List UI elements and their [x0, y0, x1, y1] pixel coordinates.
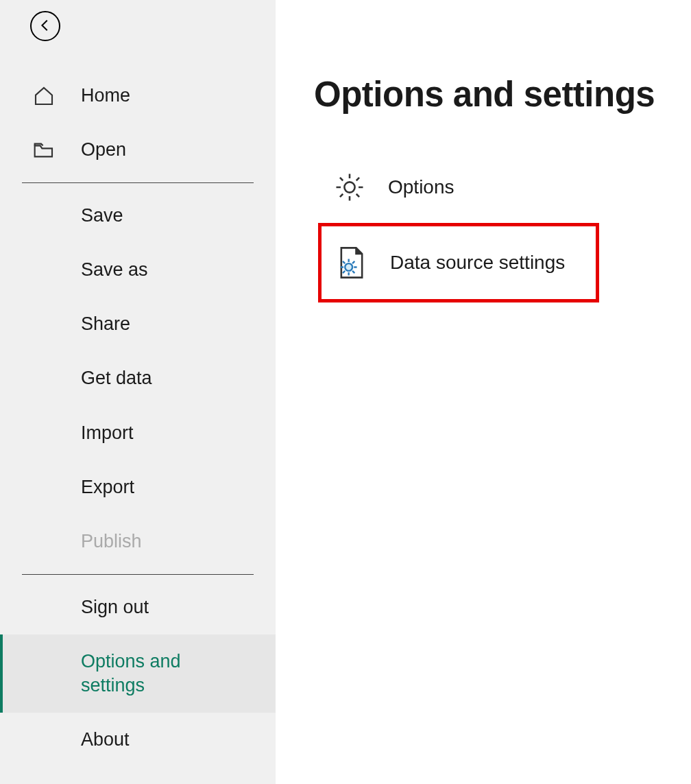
sidebar-item-label: Share: [81, 312, 130, 336]
option-label: Options: [388, 176, 454, 198]
option-item-data-source-settings[interactable]: Data source settings: [318, 223, 599, 302]
sidebar: Home Open Save Save as Share Get data Im…: [0, 0, 276, 784]
divider: [22, 574, 254, 575]
sidebar-item-saveas[interactable]: Save as: [0, 243, 276, 297]
sidebar-item-label: Get data: [81, 366, 152, 390]
svg-point-0: [344, 182, 354, 192]
sidebar-item-label: Export: [81, 475, 134, 499]
back-arrow-icon: [38, 18, 53, 35]
sidebar-item-open[interactable]: Open: [0, 123, 276, 177]
svg-point-1: [345, 263, 352, 271]
data-source-settings-icon: [334, 245, 369, 281]
sidebar-item-publish: Publish: [0, 514, 276, 569]
option-label: Data source settings: [390, 252, 565, 274]
divider: [22, 182, 254, 183]
sidebar-item-label: Home: [81, 84, 130, 108]
sidebar-item-label: About: [81, 728, 130, 752]
sidebar-item-label: Publish: [81, 530, 142, 554]
sidebar-item-home[interactable]: Home: [0, 69, 276, 123]
option-item-options[interactable]: Options: [319, 156, 677, 219]
sidebar-item-export[interactable]: Export: [0, 460, 276, 514]
sidebar-item-about[interactable]: About: [0, 713, 276, 767]
gear-icon: [332, 169, 367, 205]
sidebar-item-import[interactable]: Import: [0, 406, 276, 460]
sidebar-item-label: Save as: [81, 258, 148, 282]
sidebar-item-save[interactable]: Save: [0, 189, 276, 243]
sidebar-item-label: Import: [81, 421, 134, 445]
page-title: Options and settings: [314, 74, 677, 115]
sidebar-item-signout[interactable]: Sign out: [0, 580, 276, 634]
folder-icon: [33, 139, 55, 161]
sidebar-item-label: Open: [81, 138, 126, 162]
sidebar-item-getdata[interactable]: Get data: [0, 351, 276, 405]
sidebar-item-label: Save: [81, 204, 123, 228]
sidebar-item-label: Sign out: [81, 595, 149, 619]
main-panel: Options and settings Options Data source…: [276, 0, 691, 784]
sidebar-item-label: Options and settings: [81, 650, 232, 698]
sidebar-item-options-and-settings[interactable]: Options and settings: [0, 634, 276, 713]
back-button[interactable]: [30, 11, 60, 41]
home-icon: [33, 85, 55, 107]
sidebar-item-share[interactable]: Share: [0, 297, 276, 351]
